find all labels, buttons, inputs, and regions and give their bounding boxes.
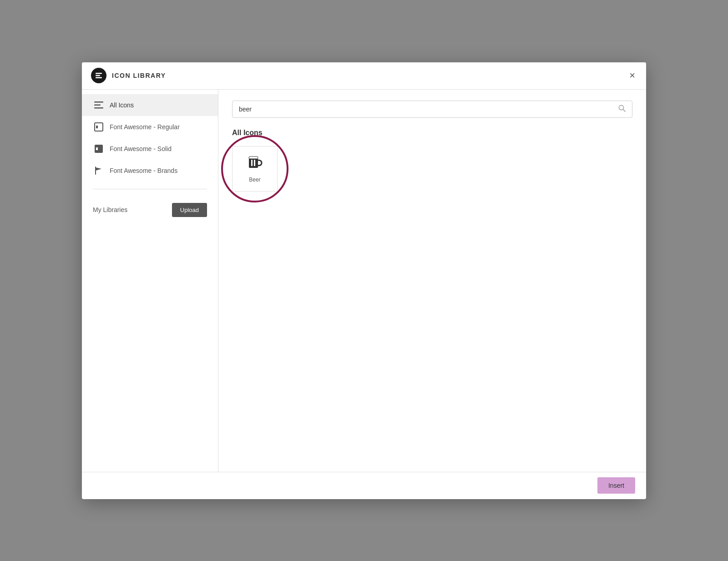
sidebar-divider xyxy=(93,189,207,189)
my-libraries-label: My Libraries xyxy=(93,206,127,213)
main-content: All Icons xyxy=(218,90,646,472)
svg-line-11 xyxy=(623,109,626,111)
svg-rect-5 xyxy=(94,107,103,109)
fa-solid-icon xyxy=(94,144,103,153)
search-input[interactable] xyxy=(239,106,618,113)
svg-rect-8 xyxy=(95,145,103,153)
svg-rect-9 xyxy=(96,147,98,150)
svg-rect-6 xyxy=(95,123,103,131)
fa-regular-icon xyxy=(94,122,103,131)
beer-icon-label: Beer xyxy=(249,177,260,183)
fa-brands-icon xyxy=(94,166,103,175)
sidebar-item-fa-solid[interactable]: Font Awesome - Solid xyxy=(82,138,218,160)
sidebar-footer: My Libraries Upload xyxy=(82,197,218,223)
lines-icon xyxy=(94,101,103,110)
icon-library-dialog: ICON LIBRARY × All Icons xyxy=(82,62,646,499)
svg-rect-4 xyxy=(94,104,101,106)
sidebar-item-all-icons[interactable]: All Icons xyxy=(82,94,218,116)
svg-rect-2 xyxy=(96,77,102,79)
sidebar-item-all-icons-label: All Icons xyxy=(110,101,134,109)
beer-icon-container: Beer xyxy=(232,146,278,192)
svg-rect-3 xyxy=(94,101,103,103)
svg-rect-1 xyxy=(96,75,100,76)
upload-button[interactable]: Upload xyxy=(172,203,207,217)
section-title: All Icons xyxy=(232,129,632,137)
beer-icon-symbol xyxy=(247,154,263,173)
svg-rect-15 xyxy=(254,160,255,166)
dialog-title: ICON LIBRARY xyxy=(112,72,166,79)
insert-button[interactable]: Insert xyxy=(597,477,635,494)
svg-rect-0 xyxy=(96,73,102,74)
sidebar: All Icons Font Awesome - Regular xyxy=(82,90,218,472)
search-icon xyxy=(618,105,626,114)
search-bar xyxy=(232,101,632,118)
dialog-footer: Insert xyxy=(82,472,646,499)
svg-rect-13 xyxy=(249,157,258,159)
header-left: ICON LIBRARY xyxy=(91,68,166,83)
dialog-header: ICON LIBRARY × xyxy=(82,62,646,90)
sidebar-item-fa-brands[interactable]: Font Awesome - Brands xyxy=(82,160,218,182)
svg-rect-12 xyxy=(249,158,258,168)
sidebar-item-fa-brands-label: Font Awesome - Brands xyxy=(110,167,177,174)
dialog-body: All Icons Font Awesome - Regular xyxy=(82,90,646,472)
close-button[interactable]: × xyxy=(627,69,637,82)
icons-grid: Beer xyxy=(232,146,632,192)
elementor-logo xyxy=(91,68,106,83)
sidebar-item-fa-regular[interactable]: Font Awesome - Regular xyxy=(82,116,218,138)
sidebar-item-fa-regular-label: Font Awesome - Regular xyxy=(110,123,180,131)
svg-rect-14 xyxy=(251,160,253,166)
beer-icon-card[interactable]: Beer xyxy=(232,146,278,192)
sidebar-item-fa-solid-label: Font Awesome - Solid xyxy=(110,145,172,152)
svg-rect-7 xyxy=(96,126,98,128)
